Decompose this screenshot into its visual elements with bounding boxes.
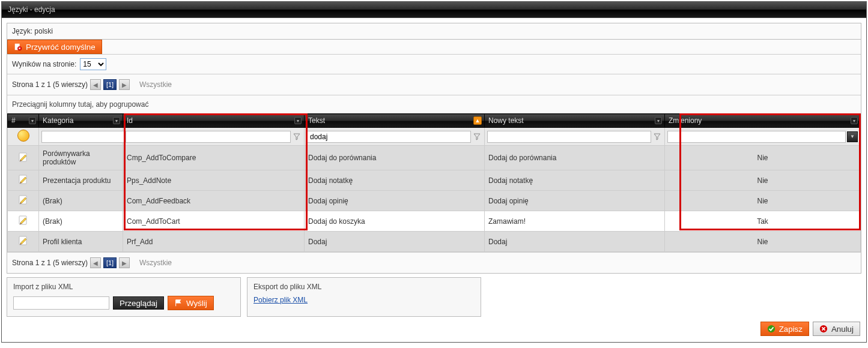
save-button[interactable]: Zapisz (760, 322, 809, 336)
edit-icon[interactable] (18, 215, 29, 226)
col-header-kategoria[interactable]: Kategoria ▾ (39, 114, 123, 128)
pager-current-page[interactable]: [1] (103, 257, 117, 268)
col-header-nowy-tekst[interactable]: Nowy tekst ▾ (485, 114, 665, 128)
table-row[interactable]: (Brak)Com_AddToCartDodaj do koszykaZamaw… (8, 211, 861, 232)
export-fieldset: Eksport do pliku XML Pobierz plik XML (247, 277, 481, 317)
action-bar: Zapisz Anuluj (7, 317, 861, 337)
restore-defaults-button[interactable]: Przywróć domyślne (7, 40, 102, 54)
results-per-page-label: Wyników na stronie: (12, 60, 76, 68)
cell-nowy: Zamawiam! (485, 211, 665, 232)
sort-icon[interactable]: ▾ (851, 117, 858, 124)
cell-zmieniony: Nie (665, 146, 861, 170)
browse-button[interactable]: Przeglądaj (113, 296, 164, 310)
pager-next-button[interactable]: ▶ (119, 79, 130, 90)
table-row[interactable]: Porównywarka produktówCmp_AddToCompareDo… (8, 146, 861, 170)
restore-defaults-label: Przywróć domyślne (26, 43, 96, 52)
cell-zmieniony: Tak (665, 211, 861, 232)
filter-icon[interactable] (292, 131, 302, 142)
sort-asc-icon[interactable]: ▲ (473, 116, 482, 125)
main-panel: Język: polski Przywróć domyślne Wyników … (7, 23, 861, 274)
cell-id: Pps_AddNote (123, 170, 305, 191)
edit-icon[interactable] (18, 235, 29, 246)
sort-icon[interactable]: ▾ (655, 117, 662, 124)
edit-cell[interactable] (8, 146, 39, 170)
sort-icon[interactable]: ▾ (113, 117, 120, 124)
title-bar[interactable]: Języki - edycja (2, 2, 866, 18)
pager-prev-button[interactable]: ◀ (90, 257, 101, 268)
cell-tekst: Dodaj notatkę (305, 170, 485, 191)
cell-kategoria: (Brak) (39, 191, 123, 211)
language-label: Język: polski (12, 27, 53, 35)
pager-all-link[interactable]: Wszystkie (139, 80, 172, 89)
import-legend: Import z pliku XML (13, 283, 234, 291)
sort-icon[interactable]: ▾ (29, 117, 36, 124)
filter-row: ▼ (8, 128, 861, 146)
pager-prev-button[interactable]: ◀ (90, 79, 101, 90)
cell-kategoria: Porównywarka produktów (39, 146, 123, 170)
import-file-input[interactable] (13, 296, 109, 310)
edit-cell[interactable] (8, 170, 39, 191)
cell-nowy: Dodaj opinię (485, 191, 665, 211)
cell-id: Com_AddFeedback (123, 191, 305, 211)
col-header-hash[interactable]: # ▾ (8, 114, 39, 128)
pager-next-button[interactable]: ▶ (119, 257, 130, 268)
cell-nowy: Dodaj do porównania (485, 146, 665, 170)
table-row[interactable]: (Brak)Com_AddFeedbackDodaj opinięDodaj o… (8, 191, 861, 211)
grouping-hint[interactable]: Przeciągnij kolumny tutaj, aby pogrupowa… (7, 95, 861, 113)
pager-all-link[interactable]: Wszystkie (139, 259, 172, 267)
filter-kategoria-input[interactable] (41, 131, 138, 143)
edit-cell[interactable] (8, 191, 39, 211)
pager-current-page[interactable]: [1] (103, 79, 117, 90)
check-icon (767, 325, 775, 333)
col-header-tekst[interactable]: Tekst ▲ (305, 114, 485, 128)
dropdown-icon[interactable]: ▼ (847, 131, 858, 142)
col-header-id[interactable]: Id ▾ (123, 114, 305, 128)
pager-text-bottom: Strona 1 z 1 (5 wierszy) (12, 259, 88, 267)
edit-icon[interactable] (18, 152, 29, 163)
pager-top: Strona 1 z 1 (5 wierszy) ◀ [1] ▶ Wszystk… (7, 74, 861, 95)
cell-nowy: Dodaj (485, 232, 665, 252)
filter-nowy-tekst-input[interactable] (487, 131, 651, 143)
import-export-row: Import z pliku XML Przeglądaj Wyślij Eks (7, 277, 861, 317)
language-row: Język: polski (7, 23, 861, 40)
download-xml-link[interactable]: Pobierz plik XML (253, 296, 308, 304)
col-header-zmieniony[interactable]: Zmieniony ▾ (665, 114, 861, 128)
cell-zmieniony: Nie (665, 232, 861, 252)
svg-point-7 (768, 325, 775, 332)
pager-text: Strona 1 z 1 (5 wierszy) (12, 80, 88, 89)
filter-tekst-input[interactable] (307, 131, 471, 143)
pager-bottom: Strona 1 z 1 (5 wierszy) ◀ [1] ▶ Wszystk… (7, 252, 861, 273)
smiley-icon[interactable] (17, 130, 29, 142)
content-area: Język: polski Przywróć domyślne Wyników … (2, 18, 866, 342)
restore-icon (14, 43, 22, 51)
filter-icon[interactable] (472, 131, 482, 142)
table-row[interactable]: Prezentacja produktuPps_AddNoteDodaj not… (8, 170, 861, 191)
edit-cell[interactable] (8, 211, 39, 232)
cell-zmieniony: Nie (665, 170, 861, 191)
edit-icon[interactable] (18, 174, 29, 185)
window: Języki - edycja Język: polski Przywróć d… (1, 1, 867, 343)
data-grid: # ▾ Kategoria ▾ Id ▾ (7, 113, 861, 252)
grid-wrap: # ▾ Kategoria ▾ Id ▾ (7, 113, 861, 252)
cell-tekst: Dodaj opinię (305, 191, 485, 211)
edit-icon[interactable] (18, 194, 29, 205)
import-fieldset: Import z pliku XML Przeglądaj Wyślij (7, 277, 241, 317)
table-row[interactable]: Profil klientaPrf_AddDodajDodajNie (8, 232, 861, 252)
results-per-page-select[interactable]: 15 (80, 58, 106, 70)
window-title: Języki - edycja (8, 5, 55, 14)
cell-tekst: Dodaj (305, 232, 485, 252)
filter-icon[interactable] (652, 131, 662, 142)
filter-id-input[interactable] (126, 131, 291, 143)
cell-id: Com_AddToCart (123, 211, 305, 232)
cell-kategoria: Profil klienta (39, 232, 123, 252)
sort-icon[interactable]: ▾ (294, 117, 302, 124)
send-button[interactable]: Wyślij (168, 296, 214, 310)
results-per-page-row: Wyników na stronie: 15 (7, 55, 861, 74)
filter-zmieniony-input[interactable] (667, 131, 846, 143)
edit-cell[interactable] (8, 232, 39, 252)
cancel-button[interactable]: Anuluj (813, 322, 860, 336)
cell-nowy: Dodaj notatkę (485, 170, 665, 191)
cell-id: Prf_Add (123, 232, 305, 252)
cell-zmieniony: Nie (665, 191, 861, 211)
cell-kategoria: (Brak) (39, 211, 123, 232)
